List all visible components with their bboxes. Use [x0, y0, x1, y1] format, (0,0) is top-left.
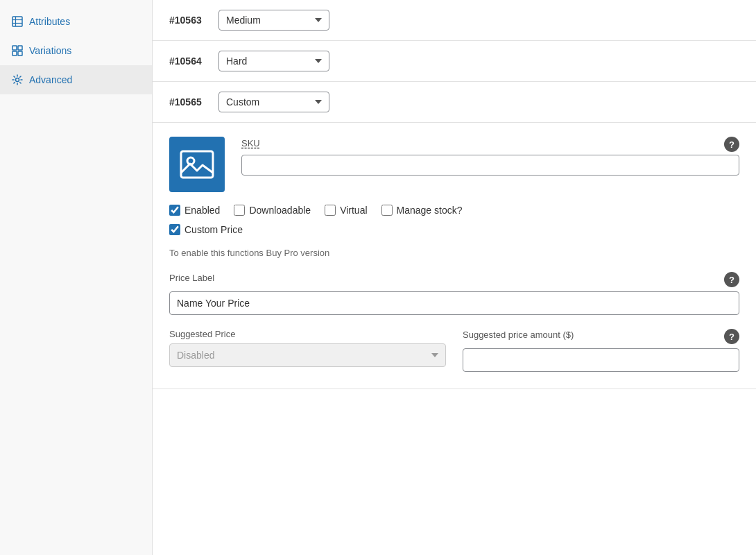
price-label-help-icon[interactable]: ?: [724, 272, 739, 287]
manage-stock-checkbox[interactable]: [381, 205, 393, 216]
sidebar-item-variations[interactable]: Variations: [0, 36, 152, 65]
suggested-price-group: Suggested Price Disabled: [169, 329, 446, 372]
variation-select-2[interactable]: Medium Hard Custom: [218, 51, 329, 71]
sidebar: Attributes Variations Advanced: [0, 0, 153, 555]
variation-select-3[interactable]: Medium Hard Custom: [218, 92, 329, 112]
svg-point-8: [16, 78, 19, 82]
variation-row-1: #10563 Medium Hard Custom: [153, 0, 756, 41]
price-label-input[interactable]: [169, 291, 739, 315]
virtual-checkbox-item[interactable]: Virtual: [325, 205, 367, 216]
variation-row-2: #10564 Medium Hard Custom: [153, 41, 756, 82]
custom-price-checkbox[interactable]: [169, 224, 180, 235]
suggested-amount-group: Suggested price amount ($) ?: [463, 329, 739, 372]
sku-wrapper: SKU ?: [241, 137, 739, 176]
enabled-checkbox[interactable]: [169, 205, 180, 216]
downloadable-checkbox-item[interactable]: Downloadable: [234, 205, 311, 216]
sku-input[interactable]: [241, 155, 739, 176]
suggested-amount-input[interactable]: [463, 348, 739, 372]
custom-price-checkbox-item[interactable]: Custom Price: [169, 224, 243, 235]
svg-rect-4: [12, 46, 17, 50]
svg-rect-0: [12, 17, 22, 26]
variation-select-1[interactable]: Medium Hard Custom: [218, 10, 329, 31]
price-label-group: Price Label ?: [169, 272, 739, 315]
sidebar-advanced-label: Advanced: [29, 74, 72, 85]
table-icon: [11, 15, 24, 28]
svg-rect-5: [18, 46, 22, 50]
svg-rect-7: [18, 51, 22, 56]
variation-id-2: #10564: [169, 56, 207, 67]
suggested-price-label: Suggested Price: [169, 329, 446, 339]
custom-price-label: Custom Price: [184, 224, 243, 235]
manage-stock-checkbox-item[interactable]: Manage stock?: [381, 205, 463, 216]
grid-icon: [11, 44, 24, 57]
suggested-section: Suggested Price Disabled Suggested price…: [169, 329, 739, 372]
suggested-price-select[interactable]: Disabled: [169, 343, 446, 367]
main-content: #10563 Medium Hard Custom #10564 Medium …: [153, 0, 756, 555]
sidebar-variations-label: Variations: [29, 45, 71, 56]
price-label-field-label: Price Label: [169, 273, 214, 283]
panel-top: SKU ?: [169, 137, 739, 192]
checkboxes-row-2: Custom Price: [169, 224, 739, 235]
virtual-label: Virtual: [340, 205, 367, 216]
variation-id-1: #10563: [169, 15, 207, 26]
gear-icon: [11, 74, 24, 86]
price-label-section: Price Label ?: [169, 272, 739, 315]
sku-label-row: SKU ?: [241, 137, 739, 152]
enabled-label: Enabled: [184, 205, 220, 216]
manage-stock-label: Manage stock?: [397, 205, 463, 216]
svg-rect-6: [12, 51, 17, 56]
suggested-amount-label: Suggested price amount ($): [463, 330, 574, 340]
virtual-checkbox[interactable]: [325, 205, 336, 216]
sku-help-icon[interactable]: ?: [724, 137, 739, 152]
pro-notice: To enable this functions Buy Pro version: [169, 248, 739, 258]
checkboxes-row-1: Enabled Downloadable Virtual Manage stoc…: [169, 205, 739, 216]
suggested-amount-help-icon[interactable]: ?: [724, 329, 739, 344]
sku-label: SKU: [241, 138, 260, 148]
sidebar-item-attributes[interactable]: Attributes: [0, 7, 152, 36]
variation-id-3: #10565: [169, 96, 207, 108]
variation-row-3: #10565 Medium Hard Custom: [153, 82, 756, 123]
sidebar-attributes-label: Attributes: [29, 16, 70, 27]
downloadable-label: Downloadable: [249, 205, 311, 216]
variation-image[interactable]: [169, 137, 225, 192]
downloadable-checkbox[interactable]: [234, 205, 245, 216]
svg-rect-9: [181, 151, 213, 178]
sidebar-item-advanced[interactable]: Advanced: [0, 65, 152, 94]
enabled-checkbox-item[interactable]: Enabled: [169, 205, 220, 216]
custom-variation-panel: SKU ? Enabled Downloadable Virtual: [153, 123, 756, 389]
